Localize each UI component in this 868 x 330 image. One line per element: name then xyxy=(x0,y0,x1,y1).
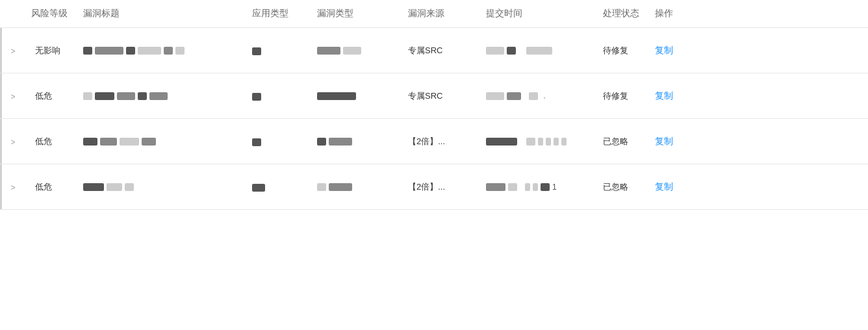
row-action-3[interactable]: 复制 xyxy=(650,136,702,147)
row-risk-2: 低危 xyxy=(26,90,78,103)
vuln-table: 风险等级 漏洞标题 应用类型 漏洞类型 漏洞来源 提交时间 处理状态 操作 > … xyxy=(0,0,868,330)
row-expand-1[interactable]: > xyxy=(0,45,26,56)
row-title-4 xyxy=(78,183,247,191)
table-row: > 低危 【2倍】... xyxy=(0,164,868,210)
row-vultype-4 xyxy=(312,183,403,191)
row-apptype-1 xyxy=(247,45,312,56)
chevron-right-icon[interactable]: > xyxy=(10,47,15,56)
header-action: 操作 xyxy=(650,8,702,19)
source-text: 【2倍】... xyxy=(408,136,445,146)
copy-button[interactable]: 复制 xyxy=(655,181,673,192)
source-text: 专属SRC xyxy=(408,91,442,101)
header-apptype: 应用类型 xyxy=(247,8,312,19)
row-expand-3[interactable]: > xyxy=(0,136,26,147)
status-label: 待修复 xyxy=(603,45,628,55)
row-source-1: 专属SRC xyxy=(403,45,481,57)
status-label: 已忽略 xyxy=(603,182,628,192)
row-time-3 xyxy=(481,138,598,146)
header-time: 提交时间 xyxy=(481,8,598,19)
row-title-3 xyxy=(78,138,247,146)
row-action-4[interactable]: 复制 xyxy=(650,181,702,193)
row-time-2: ， xyxy=(481,90,598,101)
header-vultype: 漏洞类型 xyxy=(312,8,403,19)
row-status-4: 已忽略 xyxy=(598,181,650,193)
row-vultype-1 xyxy=(312,47,403,55)
header-status: 处理状态 xyxy=(598,8,650,19)
risk-label: 低危 xyxy=(31,181,56,194)
row-action-1[interactable]: 复制 xyxy=(650,45,702,57)
row-time-1 xyxy=(481,47,598,55)
status-label: 已忽略 xyxy=(603,136,628,146)
chevron-right-icon[interactable]: > xyxy=(10,138,15,147)
status-label: 待修复 xyxy=(603,91,628,101)
row-vultype-3 xyxy=(312,138,403,146)
row-expand-4[interactable]: > xyxy=(0,182,26,192)
header-title: 漏洞标题 xyxy=(78,8,247,19)
row-vultype-2 xyxy=(312,92,403,100)
copy-button[interactable]: 复制 xyxy=(655,136,673,146)
row-status-2: 待修复 xyxy=(598,90,650,102)
row-risk-1: 无影响 xyxy=(26,44,78,57)
row-title-2 xyxy=(78,92,247,100)
row-risk-3: 低危 xyxy=(26,135,78,148)
table-header: 风险等级 漏洞标题 应用类型 漏洞类型 漏洞来源 提交时间 处理状态 操作 xyxy=(0,0,868,28)
source-text: 专属SRC xyxy=(408,45,442,55)
copy-button[interactable]: 复制 xyxy=(655,45,673,55)
table-row: > 无影响 专属SRC xyxy=(0,28,868,73)
source-text: 【2倍】... xyxy=(408,182,445,192)
row-source-2: 专属SRC xyxy=(403,90,481,102)
row-time-4: 1 xyxy=(481,183,598,192)
row-apptype-2 xyxy=(247,91,312,101)
row-status-3: 已忽略 xyxy=(598,136,650,147)
table-row: > 低危 【2倍】... xyxy=(0,119,868,164)
risk-label: 无影响 xyxy=(31,44,64,57)
copy-button[interactable]: 复制 xyxy=(655,90,673,101)
row-action-2[interactable]: 复制 xyxy=(650,90,702,102)
chevron-right-icon[interactable]: > xyxy=(10,183,15,192)
table-row: > 低危 专属SRC xyxy=(0,73,868,119)
row-apptype-3 xyxy=(247,136,312,147)
chevron-right-icon[interactable]: > xyxy=(10,92,15,101)
row-status-1: 待修复 xyxy=(598,45,650,57)
row-title-1 xyxy=(78,47,247,55)
header-source: 漏洞来源 xyxy=(403,8,481,19)
row-source-3: 【2倍】... xyxy=(403,136,481,147)
risk-label: 低危 xyxy=(31,90,56,103)
risk-label: 低危 xyxy=(31,135,56,148)
row-expand-2[interactable]: > xyxy=(0,91,26,101)
row-risk-4: 低危 xyxy=(26,181,78,194)
row-source-4: 【2倍】... xyxy=(403,181,481,193)
header-risk: 风险等级 xyxy=(26,8,78,19)
row-apptype-4 xyxy=(247,182,312,192)
